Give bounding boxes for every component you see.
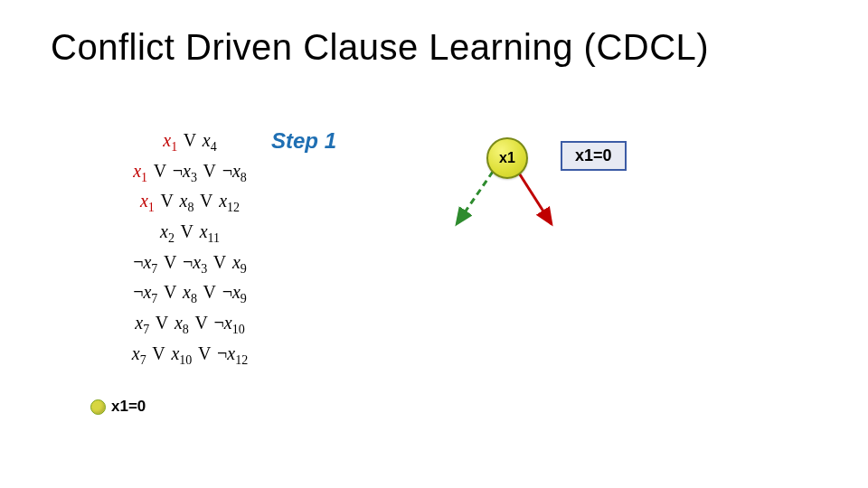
disjunction-glyph: V — [157, 252, 183, 272]
literal: x8 — [175, 313, 189, 333]
disjunction-glyph: V — [155, 191, 180, 211]
clause-list: x1 V x4x1 V ¬x3 V ¬x8x1 V x8 V x12x2 V x… — [90, 127, 289, 371]
assignment-box: x1=0 — [561, 141, 627, 171]
clause-row: x1 V x4 — [90, 127, 289, 157]
literal: x1 — [163, 130, 177, 150]
literal: x12 — [219, 191, 240, 211]
decision-node-x1: x1 — [486, 137, 528, 179]
literal: ¬x3 — [183, 252, 207, 272]
disjunction-glyph: V — [193, 191, 219, 211]
literal: ¬x3 — [173, 161, 197, 181]
literal: x7 — [135, 313, 149, 333]
legend-dot-icon — [90, 399, 106, 415]
literal: ¬x8 — [222, 161, 247, 181]
literal: x10 — [171, 343, 192, 363]
assignment-box-label: x1=0 — [575, 146, 612, 164]
literal: x1 — [133, 161, 147, 181]
legend: x1=0 — [90, 398, 146, 416]
literal: x9 — [232, 252, 247, 272]
literal: x11 — [200, 221, 220, 241]
disjunction-glyph: V — [147, 161, 173, 181]
literal: x4 — [203, 130, 217, 150]
literal: x7 — [132, 343, 146, 363]
clause-row: x7 V x10 V ¬x12 — [90, 340, 289, 371]
disjunction-glyph: V — [175, 221, 200, 241]
slide-title: Conflict Driven Clause Learning (CDCL) — [51, 27, 709, 68]
literal: ¬x10 — [214, 313, 245, 333]
clause-row: x1 V ¬x3 V ¬x8 — [90, 157, 289, 188]
disjunction-glyph: V — [177, 130, 203, 150]
true-branch-arrow — [518, 172, 552, 224]
literal: ¬x12 — [217, 343, 248, 363]
literal: ¬x7 — [133, 252, 157, 272]
disjunction-glyph: V — [192, 343, 217, 363]
literal: x8 — [180, 191, 194, 211]
clause-row: ¬x7 V x8 V ¬x9 — [90, 278, 289, 309]
disjunction-glyph: V — [157, 282, 183, 302]
literal: x8 — [183, 282, 197, 302]
disjunction-glyph: V — [149, 313, 175, 333]
disjunction-glyph: V — [197, 161, 222, 181]
false-branch-arrow — [457, 172, 493, 224]
clause-row: x1 V x8 V x12 — [90, 187, 289, 218]
disjunction-glyph: V — [146, 343, 172, 363]
decision-tree-diagram: x1 x1=0 — [434, 127, 723, 271]
disjunction-glyph: V — [207, 252, 232, 272]
legend-label: x1=0 — [111, 398, 146, 416]
disjunction-glyph: V — [197, 282, 222, 302]
literal: x2 — [160, 221, 175, 241]
literal: x1 — [140, 191, 155, 211]
literal: ¬x7 — [133, 282, 157, 302]
decision-node-label: x1 — [499, 150, 515, 166]
step-label: Step 1 — [271, 128, 336, 154]
literal: ¬x9 — [222, 282, 247, 302]
clause-row: x7 V x8 V ¬x10 — [90, 309, 289, 340]
clause-row: x2 V x11 — [90, 218, 289, 249]
disjunction-glyph: V — [189, 313, 214, 333]
clause-row: ¬x7 V ¬x3 V x9 — [90, 249, 289, 279]
